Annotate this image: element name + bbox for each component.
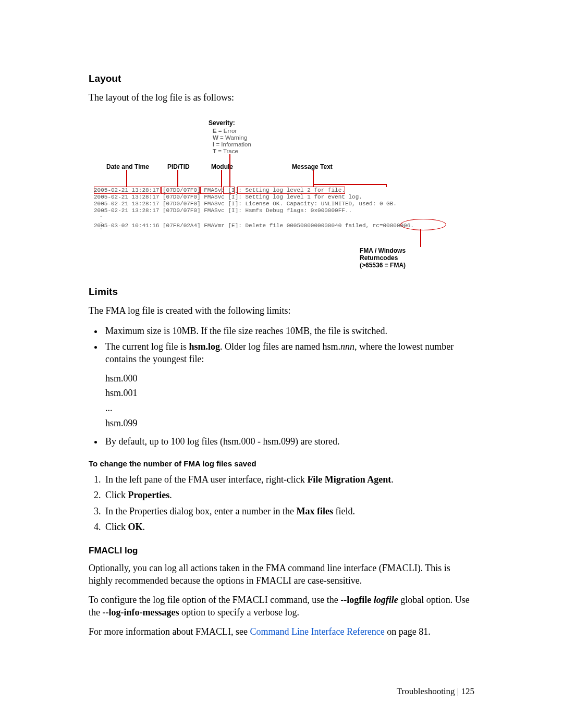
- fmacli-p2: To configure the log file option of the …: [89, 594, 474, 619]
- severity-e-b: E: [213, 128, 217, 134]
- heading-fmacli: FMACLI log: [89, 546, 474, 556]
- b2-pre: The current log file is: [105, 341, 189, 352]
- log-layout-diagram: Severity: E = Error W = Warning I = Info…: [94, 119, 474, 270]
- heading-limits: Limits: [89, 286, 474, 298]
- p2-b1: --logfile: [340, 595, 371, 605]
- s4-post: .: [143, 522, 145, 532]
- s1-bold: File Migration Agent: [307, 474, 391, 485]
- filelist-1: hsm.001: [105, 386, 474, 401]
- fmacli-p1: Optionally, you can log all actions take…: [89, 562, 474, 587]
- heading-layout: Layout: [89, 73, 474, 84]
- s1-pre: In the left pane of the FMA user interfa…: [105, 474, 307, 485]
- filelist-99: hsm.099: [105, 416, 474, 431]
- filelist-dots: ...: [105, 401, 474, 416]
- ellipse-returncode: [400, 219, 446, 230]
- step-2: Click Properties.: [103, 489, 474, 501]
- limit-item-3: By default, up to 100 log files (hsm.000…: [103, 435, 474, 448]
- footer-page: 125: [461, 686, 475, 696]
- s3-pre: In the Properties dialog box, enter a nu…: [105, 506, 296, 516]
- pointer-message-h: [313, 184, 387, 185]
- p2-post: option to specify a verbose log.: [179, 607, 299, 618]
- step-3: In the Properties dialog box, enter a nu…: [103, 505, 474, 517]
- label-return-1: FMA / Windows: [360, 247, 406, 254]
- severity-i-t: = Information: [214, 141, 251, 147]
- limits-bullets: Maximum size is 10MB. If the file size r…: [89, 325, 474, 448]
- pointer-pidtid: [177, 170, 178, 187]
- b2-mid: . Older log files are named hsm.: [220, 341, 340, 352]
- filelist-0: hsm.000: [105, 371, 474, 386]
- fmacli-p3: For more information about FMACLI, see C…: [89, 626, 474, 638]
- layout-intro: The layout of the log file is as follows…: [89, 92, 474, 104]
- s4-pre: Click: [105, 522, 128, 532]
- s3-post: field.: [333, 506, 355, 516]
- heading-change-logfiles: To change the number of FMA log files sa…: [89, 459, 474, 468]
- label-datetime: Date and Time: [106, 163, 149, 170]
- page-footer: Troubleshooting | 125: [397, 686, 474, 697]
- change-steps: In the left pane of the FMA user interfa…: [89, 473, 474, 533]
- pointer-returncode: [420, 229, 421, 247]
- p2-i1: logfile: [371, 595, 398, 605]
- pointer-module: [221, 170, 222, 187]
- s2-pre: Click: [105, 490, 128, 500]
- p3-post: on page 81.: [385, 626, 431, 637]
- b2-bold: hsm.log: [189, 341, 220, 352]
- limits-intro: The FMA log file is created with the fol…: [89, 305, 474, 317]
- severity-t: T = Trace: [213, 147, 238, 155]
- p2-b2: --log-info-messages: [103, 607, 179, 618]
- step-4: Click OK.: [103, 521, 474, 533]
- limit-item-2: The current log file is hsm.log. Older l…: [103, 340, 474, 431]
- s4-bold: OK: [128, 522, 143, 532]
- label-severity: Severity:: [209, 119, 235, 127]
- b2-italic: nnn: [340, 341, 354, 352]
- label-pidtid: PID/TID: [167, 163, 190, 170]
- severity-w-b: W: [213, 134, 218, 141]
- pointer-datetime: [126, 170, 127, 187]
- footer-sep: |: [455, 686, 461, 696]
- limit-item-1: Maximum size is 10MB. If the file size r…: [103, 325, 474, 337]
- log-error-line: 2005-03-02 10:41:16 [07F8/02A4] FMAVmr […: [94, 223, 414, 229]
- label-message: Message Text: [292, 163, 333, 170]
- page: Layout The layout of the log file is as …: [0, 0, 563, 728]
- s2-post: .: [169, 490, 172, 500]
- severity-e-t: = Error: [217, 128, 237, 134]
- severity-t-b: T: [213, 148, 216, 154]
- label-return-2: Returncodes: [360, 254, 398, 262]
- s2-bold: Properties: [128, 490, 170, 500]
- footer-section: Troubleshooting: [397, 686, 455, 696]
- label-return-3: (>65536 = FMA): [360, 262, 406, 269]
- step-1: In the left pane of the FMA user interfa…: [103, 473, 474, 486]
- p3-pre: For more information about FMACLI, see: [89, 626, 250, 637]
- severity-t-t: = Trace: [216, 148, 238, 154]
- log-lines: 2005-02-21 13:28:17 [07D0/07F0] FMASvc […: [94, 187, 397, 214]
- severity-w-t: = Warning: [218, 134, 248, 141]
- s3-bold: Max files: [296, 506, 333, 516]
- s1-post: .: [391, 474, 394, 485]
- link-cli-reference[interactable]: Command Line Interface Reference: [250, 626, 384, 637]
- p2-pre: To configure the log file option of the …: [89, 595, 340, 605]
- pointer-severity: [229, 154, 230, 187]
